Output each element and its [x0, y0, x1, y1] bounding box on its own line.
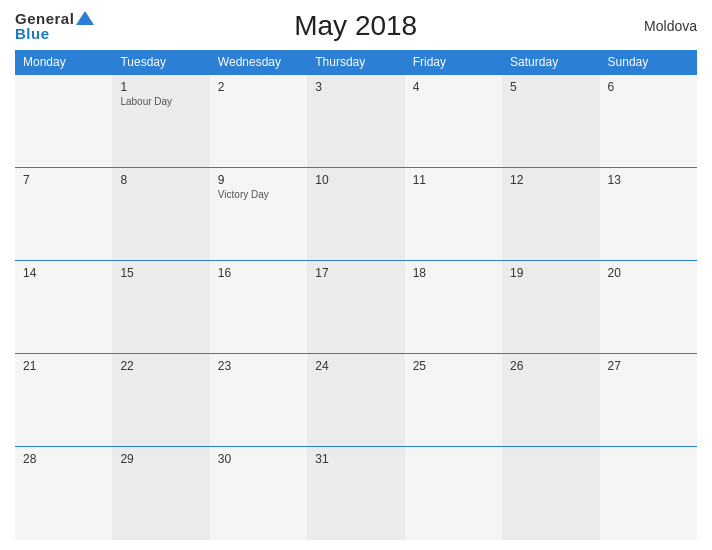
- calendar-cell: 19: [502, 261, 599, 354]
- weekday-header-monday: Monday: [15, 50, 112, 75]
- logo-flag-icon: [76, 11, 94, 25]
- calendar-cell: [600, 447, 697, 540]
- calendar-cell: 26: [502, 354, 599, 447]
- day-number: 24: [315, 359, 396, 373]
- calendar-week-row: 21222324252627: [15, 354, 697, 447]
- calendar-cell: [405, 447, 502, 540]
- day-number: 26: [510, 359, 591, 373]
- day-number: 9: [218, 173, 299, 187]
- day-number: 16: [218, 266, 299, 280]
- calendar-cell: 5: [502, 75, 599, 168]
- weekday-header-friday: Friday: [405, 50, 502, 75]
- calendar-cell: 13: [600, 168, 697, 261]
- calendar-cell: 15: [112, 261, 209, 354]
- day-number: 30: [218, 452, 299, 466]
- day-number: 12: [510, 173, 591, 187]
- calendar-cell: 8: [112, 168, 209, 261]
- calendar-cell: [15, 75, 112, 168]
- day-number: 10: [315, 173, 396, 187]
- calendar-week-row: 14151617181920: [15, 261, 697, 354]
- weekday-header-saturday: Saturday: [502, 50, 599, 75]
- calendar-cell: 16: [210, 261, 307, 354]
- day-number: 20: [608, 266, 689, 280]
- logo: General Blue: [15, 11, 94, 41]
- calendar-cell: 22: [112, 354, 209, 447]
- calendar-cell: 11: [405, 168, 502, 261]
- day-event: Victory Day: [218, 189, 299, 200]
- day-number: 29: [120, 452, 201, 466]
- day-number: 15: [120, 266, 201, 280]
- day-number: 22: [120, 359, 201, 373]
- calendar-cell: 28: [15, 447, 112, 540]
- calendar-cell: 6: [600, 75, 697, 168]
- calendar-week-row: 789Victory Day10111213: [15, 168, 697, 261]
- day-number: 31: [315, 452, 396, 466]
- calendar-cell: 18: [405, 261, 502, 354]
- weekday-header-row: MondayTuesdayWednesdayThursdayFridaySatu…: [15, 50, 697, 75]
- calendar-cell: 24: [307, 354, 404, 447]
- day-number: 27: [608, 359, 689, 373]
- weekday-header-sunday: Sunday: [600, 50, 697, 75]
- day-number: 7: [23, 173, 104, 187]
- calendar-title: May 2018: [94, 10, 617, 42]
- calendar-cell: 4: [405, 75, 502, 168]
- logo-blue-text: Blue: [15, 26, 94, 41]
- country-label: Moldova: [617, 18, 697, 34]
- day-number: 18: [413, 266, 494, 280]
- day-number: 8: [120, 173, 201, 187]
- weekday-header-wednesday: Wednesday: [210, 50, 307, 75]
- svg-marker-0: [76, 11, 94, 25]
- calendar-cell: 7: [15, 168, 112, 261]
- logo-general-text: General: [15, 11, 74, 26]
- page-header: General Blue May 2018 Moldova: [15, 10, 697, 42]
- weekday-header-tuesday: Tuesday: [112, 50, 209, 75]
- calendar-cell: 30: [210, 447, 307, 540]
- calendar-cell: 12: [502, 168, 599, 261]
- calendar-cell: 1Labour Day: [112, 75, 209, 168]
- weekday-header-thursday: Thursday: [307, 50, 404, 75]
- calendar-cell: 2: [210, 75, 307, 168]
- day-event: Labour Day: [120, 96, 201, 107]
- day-number: 3: [315, 80, 396, 94]
- calendar-cell: 20: [600, 261, 697, 354]
- day-number: 28: [23, 452, 104, 466]
- day-number: 13: [608, 173, 689, 187]
- day-number: 6: [608, 80, 689, 94]
- day-number: 2: [218, 80, 299, 94]
- calendar-cell: [502, 447, 599, 540]
- day-number: 19: [510, 266, 591, 280]
- day-number: 21: [23, 359, 104, 373]
- calendar-cell: 9Victory Day: [210, 168, 307, 261]
- calendar-cell: 3: [307, 75, 404, 168]
- calendar-cell: 21: [15, 354, 112, 447]
- day-number: 14: [23, 266, 104, 280]
- day-number: 11: [413, 173, 494, 187]
- day-number: 5: [510, 80, 591, 94]
- calendar-week-row: 1Labour Day23456: [15, 75, 697, 168]
- day-number: 17: [315, 266, 396, 280]
- calendar-cell: 17: [307, 261, 404, 354]
- day-number: 25: [413, 359, 494, 373]
- calendar-cell: 31: [307, 447, 404, 540]
- calendar-cell: 10: [307, 168, 404, 261]
- calendar-week-row: 28293031: [15, 447, 697, 540]
- day-number: 23: [218, 359, 299, 373]
- calendar-cell: 25: [405, 354, 502, 447]
- day-number: 1: [120, 80, 201, 94]
- calendar-table: MondayTuesdayWednesdayThursdayFridaySatu…: [15, 50, 697, 540]
- day-number: 4: [413, 80, 494, 94]
- calendar-cell: 23: [210, 354, 307, 447]
- calendar-cell: 29: [112, 447, 209, 540]
- calendar-cell: 14: [15, 261, 112, 354]
- calendar-cell: 27: [600, 354, 697, 447]
